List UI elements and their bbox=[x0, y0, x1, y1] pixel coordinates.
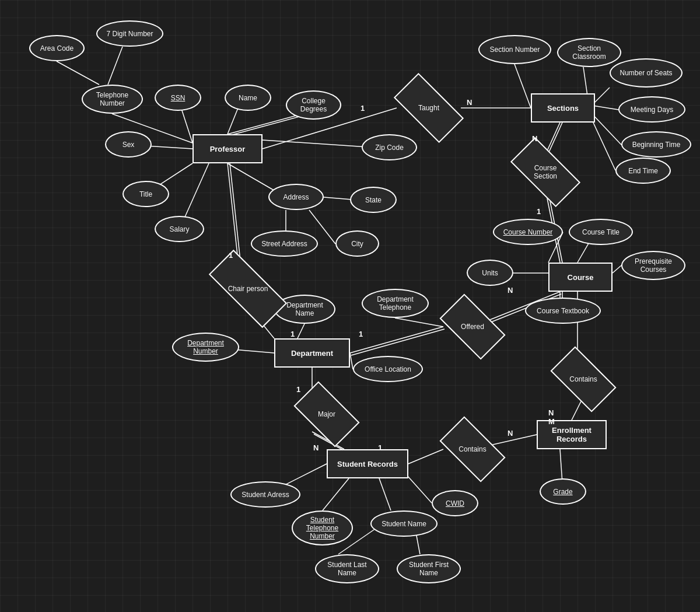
attr-area-code: Area Code bbox=[29, 35, 85, 61]
attr-address: Address bbox=[268, 184, 324, 210]
attr-city: City bbox=[335, 230, 379, 257]
svg-line-37 bbox=[298, 324, 304, 338]
cardinality-n4: N bbox=[548, 408, 554, 417]
entity-sections: Sections bbox=[531, 93, 595, 123]
svg-line-42 bbox=[351, 329, 444, 355]
cardinality-m: M bbox=[548, 417, 555, 426]
cardinality-1: 1 bbox=[360, 104, 365, 113]
attr-department-telephone: Department Telephone bbox=[362, 289, 429, 318]
attr-section-number: Section Number bbox=[478, 35, 551, 64]
attr-student-first-name: Student First Name bbox=[397, 554, 461, 583]
entity-enrollment-records: Enrollment Records bbox=[537, 420, 607, 449]
attr-state: State bbox=[350, 187, 397, 213]
entity-department: Department bbox=[274, 338, 350, 368]
cardinality-n2: N bbox=[532, 134, 537, 143]
attr-salary: Salary bbox=[155, 216, 204, 242]
attr-telephone: Telephone Number bbox=[82, 85, 143, 114]
svg-line-1 bbox=[108, 47, 123, 85]
rel-contains-enrollment: Contains bbox=[554, 362, 612, 397]
attr-course-textbook: Course Textbook bbox=[525, 298, 601, 324]
attr-zip-code: Zip Code bbox=[362, 134, 417, 160]
attr-units: Units bbox=[467, 260, 513, 286]
cardinality-1a: 1 bbox=[537, 207, 541, 216]
cardinality-1f: 1 bbox=[296, 385, 300, 394]
svg-line-24 bbox=[548, 123, 562, 155]
attr-name: Name bbox=[225, 85, 271, 111]
attr-sex: Sex bbox=[105, 131, 152, 158]
cardinality-n5: N bbox=[508, 429, 513, 438]
attr-student-address: Student Adress bbox=[230, 481, 300, 508]
attr-student-last-name: Student Last Name bbox=[315, 554, 379, 583]
er-diagram: Professor Sections Department Course Stu… bbox=[0, 0, 700, 612]
attr-course-title: Course Title bbox=[569, 219, 633, 245]
svg-line-54 bbox=[323, 478, 349, 510]
attr-student-name: Student Name bbox=[370, 510, 438, 537]
rel-offered: Offered bbox=[443, 309, 502, 344]
attr-course-number: Course Number bbox=[493, 219, 563, 245]
svg-line-17 bbox=[514, 64, 531, 108]
svg-line-43 bbox=[350, 353, 353, 369]
entity-professor: Professor bbox=[192, 134, 262, 163]
attr-seven-digit: 7 Digit Number bbox=[96, 20, 163, 47]
svg-line-14 bbox=[262, 140, 376, 148]
attr-cwid: CWID bbox=[432, 490, 478, 516]
rel-course-section: Course Section bbox=[513, 155, 578, 190]
attr-end-time: End Time bbox=[615, 158, 671, 184]
cardinality-1d: 1 bbox=[359, 330, 363, 338]
attr-ssn: SSN bbox=[155, 85, 201, 111]
attr-department-number: Department Number bbox=[172, 333, 239, 362]
attr-number-of-seats: Number of Seats bbox=[610, 58, 682, 88]
cardinality-1e: 1 bbox=[378, 443, 382, 452]
svg-line-41 bbox=[350, 327, 443, 353]
svg-line-55 bbox=[379, 478, 391, 510]
attr-beginning-time: Beginning Time bbox=[621, 131, 691, 158]
rel-taught: Taught bbox=[397, 90, 461, 125]
cardinality-n6: N bbox=[313, 443, 318, 452]
attr-title: Title bbox=[123, 181, 169, 207]
svg-line-50 bbox=[408, 449, 443, 464]
cardinality-1c: 1 bbox=[290, 330, 295, 338]
attr-student-telephone: Student Telephone Number bbox=[292, 510, 353, 545]
rel-contains-student: Contains bbox=[443, 432, 502, 467]
cardinality-n1: N bbox=[467, 98, 472, 107]
rel-major: Major bbox=[298, 397, 356, 432]
rel-chair-person: Chair person bbox=[210, 271, 286, 306]
attr-college-degrees: College Degrees bbox=[286, 90, 341, 120]
svg-line-30 bbox=[612, 265, 621, 273]
attr-prerequisite-courses: Prerequisite Courses bbox=[621, 251, 685, 280]
attr-section-classroom: Section Classroom bbox=[557, 38, 621, 67]
svg-line-38 bbox=[395, 318, 443, 327]
svg-line-6 bbox=[226, 115, 306, 137]
entity-course: Course bbox=[548, 263, 612, 292]
cardinality-n3: N bbox=[508, 286, 513, 295]
entity-student-records: Student Records bbox=[327, 449, 408, 478]
attr-meeting-days: Meeting Days bbox=[618, 96, 685, 123]
attr-street-address: Street Address bbox=[251, 230, 318, 257]
attr-grade: Grade bbox=[540, 478, 586, 505]
cardinality-1b: 1 bbox=[229, 251, 233, 260]
attr-office-location: Office Location bbox=[353, 356, 423, 382]
svg-line-0 bbox=[57, 61, 99, 85]
